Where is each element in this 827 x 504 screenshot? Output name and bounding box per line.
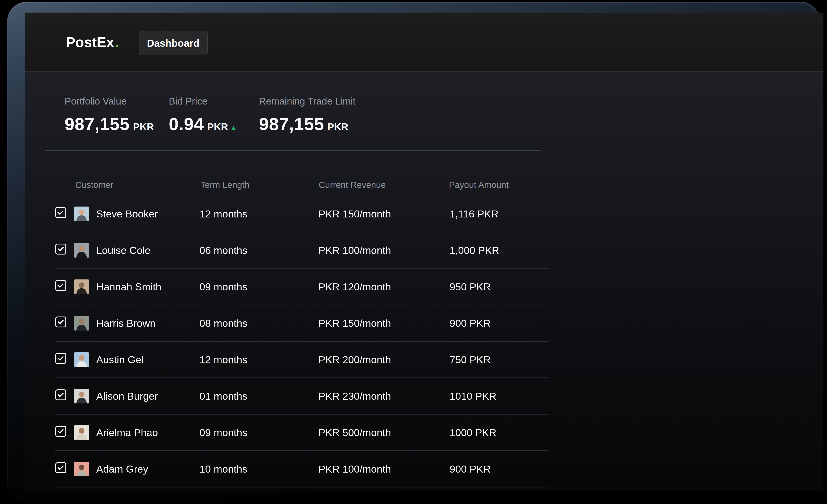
checkbox-cell — [55, 426, 74, 439]
check-icon — [57, 354, 64, 361]
row-checkbox[interactable] — [55, 280, 66, 291]
table-row: Austin Gel 12 months PKR 200/month 750 P… — [55, 342, 548, 378]
table-row: Steve Booker 12 months PKR 150/month 1,1… — [55, 196, 548, 232]
customer-avatar — [74, 462, 89, 477]
current-revenue-value: PKR 100/month — [319, 244, 449, 256]
avatar-cell — [74, 316, 96, 331]
stat-value: 0.94 — [169, 114, 204, 134]
customer-name: Alison Burger — [96, 390, 199, 402]
stats-divider — [45, 150, 541, 151]
table-row: Adam Grey 10 months PKR 100/month 900 PK… — [55, 451, 548, 488]
stat-remaining-trade-limit: Remaining Trade Limit 987,155 PKR — [259, 96, 355, 134]
payout-amount-value: 1010 PKR — [449, 390, 548, 402]
current-revenue-value: PKR 100/month — [319, 463, 449, 475]
customer-avatar — [74, 243, 89, 258]
checkbox-cell — [55, 353, 74, 366]
checkbox-cell — [55, 317, 74, 330]
customer-avatar — [74, 425, 89, 440]
checkbox-cell — [55, 462, 74, 475]
stat-bid-price: Bid Price 0.94 PKR ▲ — [169, 96, 237, 134]
stat-value: 987,155 — [64, 114, 130, 134]
row-checkbox[interactable] — [55, 426, 66, 437]
customer-name: Austin Gel — [96, 354, 199, 366]
trend-up-icon: ▲ — [230, 123, 237, 132]
term-length-value: 12 months — [199, 354, 319, 366]
stat-label: Bid Price — [169, 96, 237, 107]
check-icon — [57, 318, 64, 324]
payout-amount-value: 1000 PKR — [449, 427, 548, 438]
checkbox-cell — [55, 280, 74, 293]
term-length-value: 08 months — [199, 317, 319, 329]
payout-amount-value: 950 PKR — [449, 281, 548, 293]
row-checkbox[interactable] — [55, 353, 66, 364]
term-length-value: 06 months — [199, 244, 319, 256]
table-body: Steve Booker 12 months PKR 150/month 1,1… — [55, 196, 548, 488]
stat-unit: PKR — [133, 121, 154, 132]
customer-avatar — [74, 316, 89, 331]
column-header-current-revenue: Current Revenue — [319, 180, 449, 190]
table-row: Hannah Smith 09 months PKR 120/month 950… — [55, 269, 548, 305]
row-checkbox[interactable] — [55, 317, 66, 327]
column-header-customer: Customer — [75, 180, 200, 190]
row-checkbox[interactable] — [55, 244, 66, 255]
device-frame: PostEx. Dashboard Portfolio Value 987,15… — [7, 2, 820, 503]
term-length-value: 12 months — [199, 208, 319, 220]
customer-avatar — [74, 389, 89, 403]
table-row: Alison Burger 01 months PKR 230/month 10… — [55, 378, 548, 414]
table-header-row: Customer Term Length Current Revenue Pay… — [55, 174, 548, 196]
row-checkbox[interactable] — [55, 462, 66, 473]
payout-amount-value: 900 PKR — [449, 317, 548, 329]
check-icon — [57, 245, 64, 251]
brand-name: PostEx — [66, 34, 114, 50]
customer-avatar — [74, 352, 89, 367]
avatar-cell — [74, 279, 96, 294]
stat-label: Portfolio Value — [64, 96, 154, 107]
avatar-cell — [74, 352, 96, 367]
app-screen: PostEx. Dashboard Portfolio Value 987,15… — [25, 12, 823, 492]
payout-amount-value: 1,000 PKR — [449, 244, 548, 256]
dashboard-button-label: Dashboard — [147, 38, 200, 49]
row-checkbox[interactable] — [55, 207, 66, 218]
current-revenue-value: PKR 150/month — [319, 208, 449, 220]
current-revenue-value: PKR 230/month — [319, 390, 449, 402]
customer-name: Hannah Smith — [96, 281, 199, 293]
stat-label: Remaining Trade Limit — [259, 96, 355, 107]
checkbox-cell — [55, 389, 74, 403]
current-revenue-value: PKR 200/month — [319, 354, 449, 366]
checkbox-cell — [55, 244, 74, 257]
main-content: Portfolio Value 987,155 PKR Bid Price 0.… — [25, 72, 823, 492]
customer-name: Arielma Phao — [96, 427, 199, 438]
checkbox-cell — [55, 207, 74, 220]
payout-amount-value: 900 PKR — [449, 463, 548, 475]
avatar-cell — [74, 243, 96, 258]
customer-name: Harris Brown — [96, 317, 199, 329]
term-length-value: 09 months — [199, 427, 319, 438]
current-revenue-value: PKR 150/month — [319, 317, 449, 329]
current-revenue-value: PKR 120/month — [319, 281, 449, 293]
check-icon — [57, 209, 64, 215]
row-checkbox[interactable] — [55, 389, 66, 400]
column-header-term-length: Term Length — [200, 180, 319, 190]
term-length-value: 10 months — [199, 463, 319, 475]
app-header: PostEx. Dashboard — [25, 12, 823, 72]
payout-amount-value: 750 PKR — [449, 354, 548, 366]
avatar-cell — [74, 462, 96, 477]
stat-value: 987,155 — [259, 114, 324, 134]
term-length-value: 09 months — [199, 281, 319, 293]
avatar-cell — [74, 389, 96, 403]
brand-logo: PostEx. — [66, 12, 119, 71]
avatar-cell — [74, 207, 96, 221]
dashboard-button[interactable]: Dashboard — [139, 31, 208, 55]
customer-name: Steve Booker — [96, 208, 199, 220]
customer-avatar — [74, 279, 89, 294]
current-revenue-value: PKR 500/month — [319, 427, 449, 438]
brand-dot: . — [115, 34, 119, 50]
check-icon — [57, 391, 64, 397]
table-row: Arielma Phao 09 months PKR 500/month 100… — [55, 414, 548, 451]
payout-amount-value: 1,116 PKR — [449, 208, 548, 220]
check-icon — [57, 282, 64, 288]
table-row: Louise Cole 06 months PKR 100/month 1,00… — [55, 232, 548, 269]
avatar-cell — [74, 425, 96, 440]
check-icon — [57, 464, 64, 470]
customer-avatar — [74, 207, 89, 221]
